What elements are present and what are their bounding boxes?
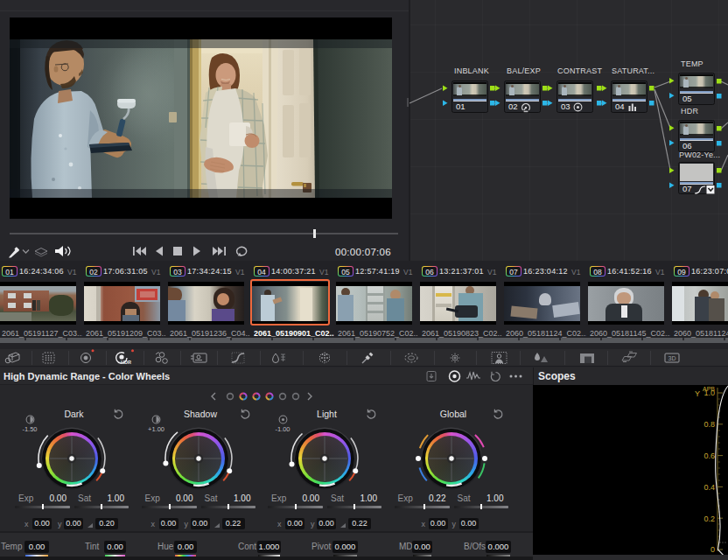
svg-text:0.8: 0.8 xyxy=(704,420,715,429)
svg-text:3D: 3D xyxy=(668,355,676,361)
svg-text:0.6: 0.6 xyxy=(704,452,715,460)
svg-text:0: 0 xyxy=(710,545,715,554)
svg-text:Y: Y xyxy=(695,389,700,398)
svg-text:APB: APB xyxy=(703,386,715,392)
svg-text:HDR: HDR xyxy=(121,360,131,365)
svg-text:0.2: 0.2 xyxy=(704,514,715,523)
svg-text:0.4: 0.4 xyxy=(704,483,715,492)
